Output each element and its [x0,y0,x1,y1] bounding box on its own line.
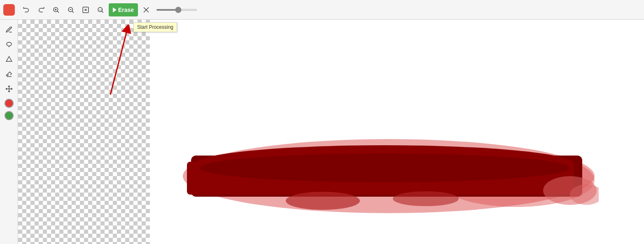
zoom100-button[interactable]: 1:1 [94,3,107,16]
opacity-slider[interactable] [156,9,197,11]
red-paint-blob [179,131,599,221]
polygon-tool-button[interactable] [2,53,16,66]
sidebar [0,20,18,244]
red-color-button[interactable] [5,99,14,108]
toolbar: 1:1 Erase [0,0,644,20]
svg-line-9 [102,11,103,12]
zoom-out-button[interactable] [64,3,77,16]
redo-button[interactable] [35,3,48,16]
svg-point-26 [393,191,459,206]
svg-line-6 [72,11,73,12]
svg-point-24 [199,153,570,182]
erase-label: Erase [118,7,134,13]
canvas-area[interactable] [18,20,644,244]
close-button[interactable] [140,3,153,16]
app-icon [3,4,15,16]
opacity-slider-container [156,9,197,11]
svg-point-25 [286,192,360,210]
svg-text:1:1: 1:1 [99,8,102,11]
svg-point-15 [7,42,12,46]
zoom-in-button[interactable] [49,3,63,16]
svg-marker-16 [6,56,12,61]
eraser-tool-button[interactable] [2,67,16,81]
pen-tool-button[interactable] [2,23,16,36]
undo-button[interactable] [20,3,33,16]
green-color-button[interactable] [5,111,14,120]
erase-button[interactable]: Erase [109,3,138,16]
play-icon [113,7,117,12]
transparent-checker [18,20,150,244]
svg-line-3 [57,11,58,12]
lasso-tool-button[interactable] [2,38,16,51]
move-tool-button[interactable] [2,82,16,95]
fit-button[interactable] [79,3,92,16]
